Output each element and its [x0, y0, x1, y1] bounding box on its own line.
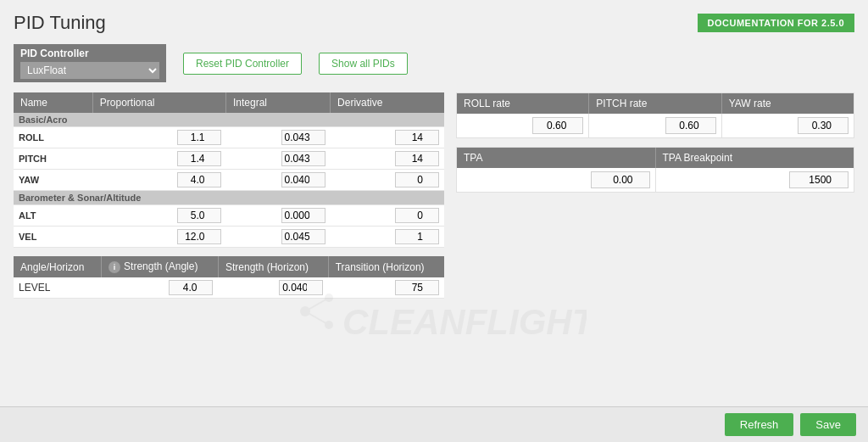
table-row: VEL: [14, 227, 444, 248]
vel-derivative-input[interactable]: [395, 229, 439, 244]
svg-text:CLEANFLIGHT: CLEANFLIGHT: [342, 302, 587, 342]
table-row: ROLL: [14, 127, 444, 148]
vel-derivative: [331, 227, 444, 248]
alt-integral: [226, 205, 331, 227]
level-strength-angle: [102, 277, 219, 299]
roll-rate-cell: [457, 114, 589, 137]
row-label: YAW: [14, 170, 92, 191]
alt-derivative: [331, 205, 444, 227]
vel-proportional: [92, 227, 225, 248]
pitch-rate-input[interactable]: [665, 117, 716, 134]
svg-point-2: [325, 321, 333, 329]
vel-integral: [226, 227, 331, 248]
pitch-derivative-input[interactable]: [395, 151, 439, 166]
level-col-transition-horizon: Transition (Horizon): [328, 256, 444, 277]
alt-proportional: [92, 205, 225, 227]
row-label: VEL: [14, 227, 92, 248]
tpa-breakpoint-cell: [656, 168, 854, 192]
page-title: PID Tuning: [14, 12, 106, 34]
section-barometer: Barometer & Sonar/Altitude: [14, 191, 444, 205]
pid-controller-box: PID Controller LuxFloat Multiwii (rewrit…: [14, 44, 166, 82]
level-col-strength-horizon: Strength (Horizon): [218, 256, 328, 277]
roll-integral: [226, 127, 331, 148]
row-label: ALT: [14, 205, 92, 227]
reset-pid-button[interactable]: Reset PID Controller: [183, 53, 302, 75]
tpa-breakpoint-input[interactable]: [789, 171, 849, 188]
svg-line-3: [305, 298, 329, 311]
yaw-integral: [226, 170, 331, 191]
pid-table: Name Proportional Integral Derivative Ba…: [14, 92, 444, 248]
level-strength-angle-input[interactable]: [169, 280, 213, 295]
tpa-box: TPA TPA Breakpoint: [456, 147, 854, 193]
level-transition-horizon: [328, 277, 444, 299]
pitch-integral: [226, 148, 331, 170]
yaw-derivative-input[interactable]: [395, 172, 439, 187]
level-col-name: Angle/Horizon: [14, 256, 102, 277]
svg-point-0: [300, 306, 310, 316]
rate-box: ROLL rate PITCH rate YAW rate: [456, 92, 854, 138]
pid-col-integral: Integral: [226, 92, 331, 113]
alt-derivative-input[interactable]: [395, 208, 439, 223]
pid-col-name: Name: [14, 92, 92, 113]
pid-col-proportional: Proportional: [92, 92, 225, 113]
yaw-proportional: [92, 170, 225, 191]
refresh-button[interactable]: Refresh: [725, 413, 794, 436]
yaw-rate-header: YAW rate: [722, 93, 854, 114]
show-all-pids-button[interactable]: Show all PIDs: [319, 53, 408, 75]
tpa-cell: [457, 168, 656, 192]
tpa-input[interactable]: [591, 171, 650, 188]
level-col-strength-angle: iStrength (Angle): [102, 256, 219, 277]
yaw-rate-input[interactable]: [798, 117, 849, 134]
yaw-proportional-input[interactable]: [177, 172, 221, 187]
pid-controller-label: PID Controller: [20, 48, 159, 59]
vel-proportional-input[interactable]: [177, 229, 221, 244]
table-row: PITCH: [14, 148, 444, 170]
pid-col-derivative: Derivative: [331, 92, 444, 113]
save-button[interactable]: Save: [800, 413, 856, 436]
pitch-rate-header: PITCH rate: [589, 93, 721, 114]
row-label: PITCH: [14, 148, 92, 170]
tpa-breakpoint-header: TPA Breakpoint: [656, 148, 854, 168]
tpa-header: TPA: [457, 148, 656, 168]
info-icon: i: [108, 261, 120, 273]
roll-derivative: [331, 127, 444, 148]
svg-line-4: [305, 311, 329, 325]
pitch-derivative: [331, 148, 444, 170]
alt-proportional-input[interactable]: [177, 208, 221, 223]
row-label: LEVEL: [14, 277, 102, 299]
pid-controller-select[interactable]: LuxFloat Multiwii (rewrite) MultiWii (le…: [20, 62, 159, 79]
pitch-rate-cell: [589, 114, 721, 137]
roll-derivative-input[interactable]: [395, 130, 439, 145]
alt-integral-input[interactable]: [281, 208, 326, 223]
doc-button[interactable]: DOCUMENTATION FOR 2.5.0: [698, 14, 854, 32]
footer: Refresh Save: [0, 406, 868, 442]
level-strength-horizon: [218, 277, 328, 299]
roll-integral-input[interactable]: [281, 130, 326, 145]
section-basic-acro: Basic/Acro: [14, 113, 444, 127]
level-transition-horizon-input[interactable]: [395, 280, 439, 295]
row-label: ROLL: [14, 127, 92, 148]
roll-rate-input[interactable]: [532, 117, 583, 134]
level-table: Angle/Horizon iStrength (Angle) Strength…: [14, 256, 444, 299]
roll-proportional-input[interactable]: [177, 130, 221, 145]
level-strength-horizon-input[interactable]: [279, 280, 323, 295]
yaw-derivative: [331, 170, 444, 191]
yaw-rate-cell: [722, 114, 854, 137]
roll-proportional: [92, 127, 225, 148]
table-row: ALT: [14, 205, 444, 227]
pitch-integral-input[interactable]: [281, 151, 326, 166]
pitch-proportional: [92, 148, 225, 170]
vel-integral-input[interactable]: [281, 229, 326, 244]
table-row: YAW: [14, 170, 444, 191]
table-row: LEVEL: [14, 277, 444, 299]
yaw-integral-input[interactable]: [281, 172, 326, 187]
pitch-proportional-input[interactable]: [177, 151, 221, 166]
roll-rate-header: ROLL rate: [457, 93, 589, 114]
